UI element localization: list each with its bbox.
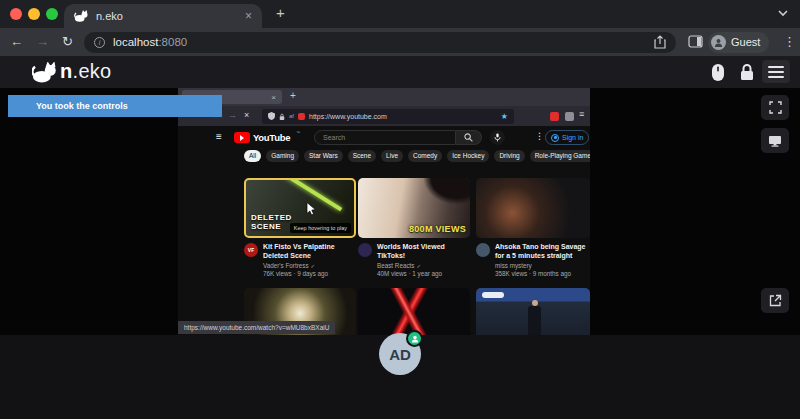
remote-forward-button[interactable]: → — [228, 110, 237, 120]
browser-tab-strip: n.eko × + — [0, 0, 800, 28]
youtube-search-button[interactable] — [456, 130, 482, 145]
microphone-icon — [494, 133, 501, 142]
tab-overflow-chevron-icon[interactable] — [778, 10, 788, 17]
video-title[interactable]: Kit Fisto Vs Palpatine Deleted Scene — [263, 243, 356, 260]
sign-in-avatar-icon — [551, 134, 559, 142]
channel-name[interactable]: Beast Reacts✓ — [377, 262, 470, 269]
side-panel-icon[interactable] — [688, 35, 703, 48]
channel-avatar[interactable] — [476, 243, 490, 257]
remote-screen[interactable]: YouTube × + ← → × af https://www.youtube… — [178, 88, 590, 335]
remote-new-tab-button[interactable]: + — [290, 90, 296, 101]
https-lock-icon — [279, 113, 285, 120]
channel-name[interactable]: miss mystery — [495, 262, 590, 269]
youtube-settings-menu-icon[interactable]: ⋮ — [535, 131, 544, 141]
video-thumbnail[interactable] — [476, 288, 590, 335]
controls-toast: You took the controls — [8, 95, 222, 117]
video-title[interactable]: Ahsoka Tano being Savage for a 5 minutes… — [495, 243, 590, 260]
remote-browser-menu-icon[interactable]: ≡ — [579, 109, 584, 119]
host-status-badge — [406, 330, 423, 347]
remote-address-bar[interactable]: af https://www.youtube.com ★ — [262, 109, 514, 124]
neko-app-window: n.eko × + ← → ↻ i localhost:8080 Guest ⋮… — [0, 0, 800, 419]
neko-menu-button[interactable] — [762, 60, 790, 83]
video-thumbnail[interactable] — [476, 178, 590, 238]
close-window-button[interactable] — [10, 8, 22, 20]
fullscreen-icon — [769, 101, 782, 114]
banner-logo — [482, 292, 504, 298]
channel-name[interactable]: Vader's Fortress✓ — [263, 262, 356, 269]
chip-role-playing-games[interactable]: Role-Playing Games — [530, 150, 590, 162]
remote-url-text: https://www.youtube.com — [309, 113, 387, 120]
monitor-icon — [768, 135, 782, 147]
youtube-logo-icon[interactable] — [234, 132, 250, 143]
youtube-voice-search-button[interactable] — [490, 130, 505, 145]
speaker-figure — [528, 306, 541, 335]
lock-controls-icon[interactable] — [740, 64, 754, 81]
extension-icon[interactable] — [565, 112, 574, 121]
chip-scene[interactable]: Scene — [348, 150, 376, 162]
youtube-header: ≡ YouTube ™ Search ⋮ Sign in — [178, 126, 590, 150]
neko-brand-title: n.eko — [60, 60, 112, 83]
video-title[interactable]: Worlds Most Viewed TikToks! — [377, 243, 470, 260]
browser-toolbar: ← → ↻ i localhost:8080 Guest ⋮ — [0, 28, 800, 56]
mouse-control-icon[interactable] — [711, 63, 725, 82]
channel-avatar[interactable] — [358, 243, 372, 257]
video-thumbnail[interactable] — [358, 288, 470, 335]
link-status-bar: https://www.youtube.com/watch?v=wMU8bxBX… — [178, 321, 335, 334]
back-button[interactable]: ← — [10, 34, 23, 49]
fullscreen-button[interactable] — [761, 95, 789, 120]
youtube-guide-menu-icon[interactable]: ≡ — [216, 131, 222, 142]
cursor-icon — [306, 202, 316, 216]
neko-favicon-icon — [74, 10, 89, 22]
chip-gaming[interactable]: Gaming — [266, 150, 299, 162]
remote-browser-tabstrip: YouTube × + — [178, 88, 590, 106]
neko-header: n.eko — [0, 56, 800, 88]
remote-stop-button[interactable]: × — [244, 110, 249, 120]
chip-ice-hockey[interactable]: Ice Hockey — [447, 150, 489, 162]
video-meta: 76K views · 9 days ago — [263, 270, 356, 277]
sign-in-label: Sign in — [562, 134, 583, 141]
verified-badge-icon: ✓ — [416, 263, 421, 269]
chip-comedy[interactable]: Comedy — [408, 150, 442, 162]
profile-label: Guest — [731, 36, 760, 48]
tab-title: n.eko — [96, 10, 123, 22]
youtube-sign-in-button[interactable]: Sign in — [545, 130, 589, 145]
url-text: localhost:8080 — [113, 36, 187, 48]
profile-button[interactable]: Guest — [708, 32, 769, 53]
chip-driving[interactable]: Driving — [494, 150, 524, 162]
tab-close-icon[interactable]: × — [245, 9, 252, 23]
browser-menu-icon[interactable]: ⋮ — [783, 34, 796, 49]
video-thumbnail[interactable]: DELETED SCENE Keep hovering to play — [244, 178, 356, 238]
minimize-window-button[interactable] — [28, 8, 40, 20]
video-meta: 40M views · 1 year ago — [377, 270, 470, 277]
video-thumbnail[interactable]: 800M VIEWS — [358, 178, 470, 238]
new-tab-button[interactable]: + — [276, 4, 285, 21]
address-bar[interactable]: i localhost:8080 — [84, 32, 676, 53]
remote-stage: YouTube × + ← → × af https://www.youtube… — [0, 88, 800, 335]
extension-icon[interactable] — [550, 112, 559, 121]
youtube-logo-text[interactable]: YouTube — [253, 132, 290, 143]
youtube-logo-tm: ™ — [296, 130, 300, 135]
share-icon[interactable] — [654, 35, 666, 49]
youtube-favicon-icon — [298, 113, 305, 120]
open-external-button[interactable] — [761, 288, 789, 313]
neko-logo-icon — [32, 62, 58, 83]
remote-tab-close-icon[interactable]: × — [271, 93, 276, 102]
browser-tab[interactable]: n.eko × — [64, 4, 262, 28]
hover-to-play-tooltip: Keep hovering to play — [290, 223, 351, 233]
site-info-icon[interactable]: i — [94, 37, 105, 48]
screen-settings-button[interactable] — [761, 128, 789, 153]
person-icon — [411, 335, 419, 343]
chip-live[interactable]: Live — [381, 150, 403, 162]
youtube-search-input[interactable]: Search — [314, 130, 456, 145]
forward-button[interactable]: → — [36, 34, 49, 49]
chip-all[interactable]: All — [244, 150, 261, 162]
remote-browser-navbar: ← → × af https://www.youtube.com ★ ≡ — [178, 106, 590, 126]
channel-avatar[interactable]: VF — [244, 243, 258, 257]
video-card: Ahsoka Tano being Savage for a 5 minutes… — [476, 178, 590, 277]
video-card: 800M VIEWS Worlds Most Viewed TikToks! B… — [358, 178, 470, 277]
bookmark-star-icon[interactable]: ★ — [501, 112, 508, 121]
chip-star-wars[interactable]: Star Wars — [304, 150, 343, 162]
reload-button[interactable]: ↻ — [62, 34, 73, 49]
maximize-window-button[interactable] — [46, 8, 58, 20]
video-meta: 358K views · 9 months ago — [495, 270, 590, 277]
